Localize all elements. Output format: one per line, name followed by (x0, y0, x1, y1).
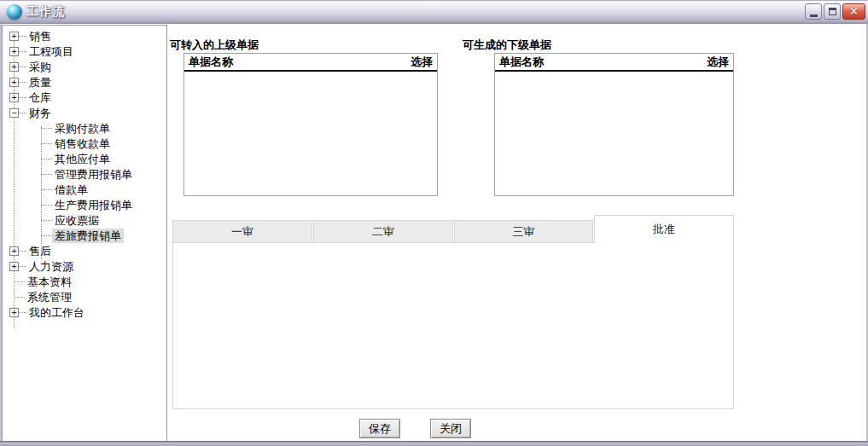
tree-connector (19, 251, 26, 252)
minimize-button[interactable] (805, 3, 822, 20)
tree-connector (41, 174, 52, 175)
expand-icon[interactable]: + (9, 47, 19, 56)
tree-item[interactable]: 生产费用报销单 (3, 197, 166, 212)
tree-item-label[interactable]: 销售收款单 (52, 136, 113, 151)
tree-connector (41, 189, 52, 190)
expand-icon[interactable]: + (9, 262, 19, 271)
tree-connector (41, 128, 52, 129)
tree-item-label[interactable]: 人力资源 (26, 259, 76, 274)
tree-connector (19, 67, 26, 67)
tree-item-label[interactable]: 我的工作台 (26, 305, 87, 320)
window-title: 工作流 (26, 0, 65, 23)
tree-item-label[interactable]: 其他应付单 (52, 152, 113, 166)
tree-item-label[interactable]: 售后 (26, 244, 54, 258)
tree-item-label[interactable]: 应收票据 (52, 213, 102, 228)
workflow-window: 工作流 ✕ +销售+工程项目+采购+质量+仓库−财务采购付款单销售收款单其他应付… (0, 0, 868, 446)
expand-icon[interactable]: + (9, 78, 19, 87)
close-window-button[interactable]: 关闭 (430, 419, 471, 438)
approve-tab-panel (172, 242, 734, 409)
tree-item[interactable]: +质量 (3, 74, 166, 90)
tree-item-label[interactable]: 质量 (26, 75, 54, 90)
lower-docs-header: 单据名称 选择 (495, 54, 733, 72)
col-select: 选择 (411, 55, 433, 70)
tree-connector (14, 281, 25, 282)
tree-item[interactable]: +采购 (3, 59, 166, 74)
tree-item[interactable]: +仓库 (3, 90, 166, 105)
col-doc-name: 单据名称 (499, 55, 544, 70)
close-icon: ✕ (849, 5, 859, 18)
tab-second-review[interactable]: 二审 (313, 220, 453, 243)
tree-connector (19, 82, 26, 83)
tree-item-label[interactable]: 仓库 (26, 90, 54, 105)
nav-tree-panel: +销售+工程项目+采购+质量+仓库−财务采购付款单销售收款单其他应付单管理费用报… (2, 25, 167, 442)
lower-docs-list[interactable]: 单据名称 选择 (494, 53, 734, 196)
expand-icon[interactable]: + (9, 62, 19, 72)
expand-icon[interactable]: + (9, 93, 19, 102)
tree-connector (41, 159, 52, 159)
tree-item[interactable]: 应收票据 (3, 212, 166, 228)
tree-item[interactable]: −财务 (3, 105, 166, 120)
tree-connector (14, 297, 25, 298)
tab-first-review[interactable]: 一审 (172, 220, 312, 243)
tree-item-label[interactable]: 基本资料 (25, 275, 74, 289)
tree-item[interactable]: 差旅费报销单 (3, 228, 166, 243)
upper-docs-list[interactable]: 单据名称 选择 (184, 53, 438, 196)
expand-icon[interactable]: + (9, 308, 19, 317)
maximize-icon (829, 8, 836, 15)
col-select: 选择 (707, 55, 729, 70)
tree-connector (41, 143, 52, 144)
tree-item-label[interactable]: 财务 (26, 106, 54, 120)
tree-item[interactable]: +工程项目 (3, 43, 166, 59)
minimize-icon (810, 14, 818, 17)
tree-item-label[interactable]: 管理费用报销单 (52, 167, 135, 182)
tree-connector (19, 36, 26, 37)
tree-item-label[interactable]: 采购付款单 (52, 121, 113, 136)
tree-item[interactable]: 管理费用报销单 (3, 166, 166, 182)
close-button[interactable]: ✕ (842, 3, 865, 20)
tree-item[interactable]: 其他应付单 (3, 151, 166, 166)
tree-item[interactable]: 销售收款单 (3, 136, 166, 151)
tree-connector (19, 312, 26, 313)
col-doc-name: 单据名称 (189, 55, 233, 70)
tree-item[interactable]: 系统管理 (3, 289, 166, 304)
tree-item-label[interactable]: 采购 (26, 60, 54, 74)
tree-item-label[interactable]: 工程项目 (26, 44, 76, 59)
tree-item[interactable]: 借款单 (3, 182, 166, 197)
tab-approve[interactable]: 批准 (594, 215, 734, 243)
collapse-icon[interactable]: − (9, 108, 19, 118)
expand-icon[interactable]: + (9, 246, 19, 256)
app-sphere-icon (7, 4, 22, 20)
titlebar[interactable]: 工作流 ✕ (0, 0, 868, 24)
expand-icon[interactable]: + (9, 32, 19, 41)
window-bottom-frame (0, 441, 868, 446)
tab-third-review[interactable]: 三审 (454, 220, 593, 243)
tree-item[interactable]: 基本资料 (3, 274, 166, 289)
tree-item-label[interactable]: 差旅费报销单 (52, 229, 124, 243)
upper-docs-header: 单据名称 选择 (184, 54, 437, 72)
tree-item[interactable]: +销售 (3, 28, 166, 43)
tree-connector (19, 266, 26, 267)
tree-item[interactable]: +我的工作台 (3, 304, 166, 320)
tree-connector (41, 235, 52, 236)
tree-item-label[interactable]: 借款单 (52, 182, 90, 197)
tree-item[interactable]: 采购付款单 (3, 120, 166, 136)
tree-item[interactable]: +人力资源 (3, 258, 166, 274)
tree-connector (19, 97, 26, 98)
tree-item[interactable]: +售后 (3, 243, 166, 258)
tree-item-label[interactable]: 生产费用报销单 (52, 198, 135, 212)
tree-connector (19, 51, 26, 52)
tree-item-label[interactable]: 销售 (26, 29, 54, 43)
upper-docs-label: 可转入的上级单据 (170, 38, 259, 53)
lower-docs-label: 可生成的下级单据 (463, 38, 551, 53)
tree-item-label[interactable]: 系统管理 (25, 290, 74, 304)
tree-connector (41, 220, 52, 221)
maximize-button[interactable] (824, 3, 841, 20)
tree-connector (41, 205, 52, 206)
save-button[interactable]: 保存 (359, 419, 400, 438)
nav-tree: +销售+工程项目+采购+质量+仓库−财务采购付款单销售收款单其他应付单管理费用报… (3, 26, 166, 320)
tree-connector (19, 113, 26, 113)
